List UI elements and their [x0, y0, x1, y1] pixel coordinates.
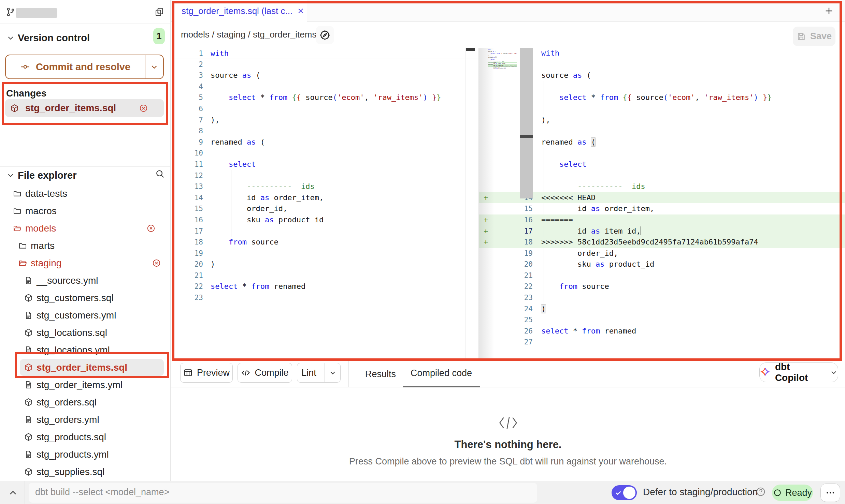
preview-button[interactable]: Preview — [180, 363, 233, 383]
lint-button[interactable]: Lint — [297, 363, 341, 383]
file-item-stg-customers-yml[interactable]: stg_customers.yml — [0, 307, 171, 324]
file-item-stg-order-items-yml[interactable]: stg_order_items.yml — [0, 376, 171, 394]
line-number: 21 — [479, 270, 533, 281]
line-number: 15 — [479, 203, 533, 214]
save-button[interactable]: Save — [793, 27, 835, 46]
line-number: 22 — [173, 281, 203, 292]
empty-state: There's nothing here. Press Compile abov… — [171, 387, 845, 467]
version-control-header[interactable]: Version control 1 — [0, 29, 170, 46]
code-editor-right[interactable]: 1with23source as (45 select * from {{ so… — [478, 48, 845, 361]
file-item-label: stg_locations.sql — [37, 327, 107, 338]
compass-icon — [319, 29, 331, 41]
commit-and-resolve-button[interactable]: Commit and resolve — [5, 55, 164, 79]
code-line-9: 9renamed as ( — [173, 137, 478, 148]
file-item-stg-customers-sql[interactable]: stg_customers.sql — [0, 289, 171, 307]
code-line-2: 2 — [479, 59, 845, 70]
defer-toggle[interactable] — [612, 485, 637, 500]
file-item-stg-orders-sql[interactable]: stg_orders.sql — [0, 394, 171, 411]
editor-toolbar: Preview Compile Lint Results Compiled co… — [171, 361, 845, 387]
lint-dropdown-button[interactable] — [325, 363, 340, 382]
tab-stg-order-items[interactable]: stg_order_items.sql (last c... — [173, 0, 307, 22]
code-line-7: 7), — [479, 115, 845, 126]
help-icon[interactable] — [756, 487, 766, 497]
close-icon[interactable] — [297, 7, 305, 15]
code-line-18: +18>>>>>>> 58c1dd23d5eebd9cd2495fa7124ab… — [479, 237, 845, 248]
file-item-label: stg_orders.yml — [37, 414, 99, 425]
file-item-stg-locations-sql[interactable]: stg_locations.sql — [0, 324, 171, 341]
file-item-stg-orders-yml[interactable]: stg_orders.yml — [0, 411, 171, 428]
line-number: 7 — [173, 115, 203, 126]
dbt-copilot-button[interactable]: dbt Copilot — [759, 362, 838, 382]
code-line-11: 11 select — [173, 159, 478, 170]
tab-compiled-code[interactable]: Compiled code — [403, 361, 480, 387]
file-item-staging[interactable]: staging — [0, 254, 171, 272]
file-item--sources-yml[interactable]: __sources.yml — [0, 272, 171, 289]
code-line-25: 25 — [479, 314, 845, 326]
line-number: 18 — [479, 237, 533, 248]
code-line-16: +16======= — [479, 214, 845, 226]
lineage-button[interactable] — [316, 26, 334, 44]
code-line-13: 13 ---------- ids — [479, 181, 845, 192]
folder-open-icon — [18, 258, 27, 268]
copy-icon[interactable] — [154, 7, 164, 17]
empty-state-title: There's nothing here. — [171, 439, 845, 451]
model-icon — [24, 328, 33, 337]
line-number: 18 — [173, 237, 203, 248]
discard-change-icon[interactable] — [139, 104, 148, 113]
code-line-5: 5 select * from {{ source('ecom', 'raw_i… — [173, 92, 478, 103]
model-icon — [24, 467, 33, 476]
command-placeholder: dbt build --select <model_name> — [35, 487, 169, 498]
file-item-label: stg_supplies.sql — [37, 466, 104, 477]
file-explorer-header[interactable]: File explorer — [0, 166, 170, 183]
line-number: 26 — [479, 326, 533, 337]
line-number: 2 — [173, 59, 203, 70]
line-number: 22 — [479, 281, 533, 292]
left-scrollbar-thumb[interactable] — [466, 48, 475, 51]
file-item-models[interactable]: models — [0, 220, 171, 237]
editor-area: stg_order_items.sql (last c... models / … — [171, 0, 845, 481]
code-line-23: 23 — [173, 292, 478, 303]
right-scrollbar-thumb[interactable] — [520, 135, 533, 138]
compile-button[interactable]: Compile — [238, 363, 292, 383]
code-editor-left[interactable]: 1with23source as (45 select * from {{ so… — [173, 48, 478, 361]
line-number: 23 — [479, 292, 533, 303]
status-badge-ready[interactable]: Ready — [772, 485, 813, 501]
line-number: 17 — [173, 226, 203, 237]
file-item-stg-locations-yml[interactable]: stg_locations.yml — [0, 341, 171, 359]
commit-icon — [20, 62, 30, 72]
commit-dropdown-button[interactable] — [145, 55, 163, 78]
line-number: 25 — [479, 314, 533, 326]
command-input[interactable]: dbt build --select <model_name> — [29, 483, 537, 503]
code-line-2: 2 — [173, 59, 478, 70]
defer-label: Defer to staging/production — [643, 487, 758, 498]
commit-button-label: Commit and resolve — [36, 61, 130, 73]
line-number: 19 — [479, 248, 533, 259]
code-line-23: 23 — [479, 292, 845, 303]
more-options-button[interactable] — [820, 484, 840, 502]
file-item-stg-supplies-sql[interactable]: stg_supplies.sql — [0, 463, 171, 480]
file-item-stg-order-items-sql[interactable]: stg_order_items.sql — [0, 359, 171, 376]
file-icon — [24, 311, 33, 320]
discard-change-icon[interactable] — [152, 258, 161, 268]
changes-label: Changes — [6, 88, 46, 99]
file-item-macros[interactable]: macros — [0, 202, 171, 220]
minimap[interactable]: with source as ( select * from {{ source… — [488, 49, 517, 70]
changed-file-item[interactable]: stg_order_items.sql — [5, 99, 164, 117]
file-icon — [24, 450, 33, 459]
discard-change-icon[interactable] — [146, 224, 156, 233]
file-item-marts[interactable]: marts — [0, 237, 171, 254]
code-line-14: +14<<<<<<< HEAD — [479, 192, 845, 204]
toolbar-divider — [348, 361, 349, 387]
new-tab-button[interactable] — [823, 5, 834, 16]
chevron-up-icon[interactable] — [8, 487, 18, 498]
file-item-stg-products-yml[interactable]: stg_products.yml — [0, 446, 171, 463]
file-item-data-tests[interactable]: data-tests — [0, 185, 171, 202]
right-scrollbar-track[interactable] — [520, 48, 533, 198]
search-icon[interactable] — [155, 169, 165, 179]
folder-open-icon — [13, 224, 22, 233]
model-icon — [24, 398, 33, 407]
tab-results[interactable]: Results — [358, 361, 403, 387]
code-line-19: 19 order_id, — [479, 248, 845, 259]
file-item-stg-products-sql[interactable]: stg_products.sql — [0, 428, 171, 446]
line-number: 8 — [173, 125, 203, 137]
